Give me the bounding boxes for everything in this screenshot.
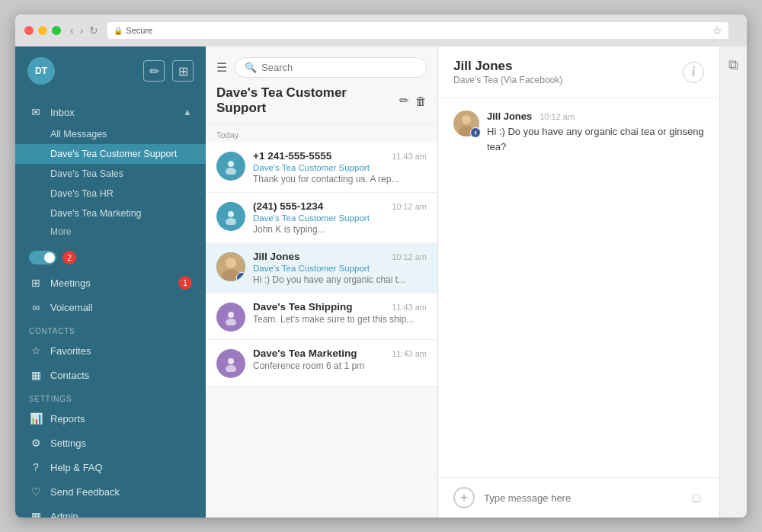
- convo-top: (241) 555-1234 10:12 am: [253, 200, 427, 212]
- sidebar-item-help[interactable]: ? Help & FAQ: [15, 455, 206, 479]
- inbox-section: ✉ Inbox ▲ All Messages Dave's Tea Custom…: [15, 95, 206, 245]
- settings-icon: ⚙: [29, 436, 43, 450]
- convo-preview: Thank you for contacting us. A rep...: [253, 174, 427, 184]
- sidebar-item-inbox[interactable]: ✉ Inbox ▲: [15, 100, 206, 124]
- convo-avatar: [216, 349, 245, 378]
- reports-icon: 📊: [29, 412, 43, 425]
- search-row: ☰ 🔍: [216, 57, 427, 78]
- info-icon[interactable]: i: [683, 62, 704, 83]
- refresh-icon[interactable]: ↻: [89, 24, 98, 37]
- convo-name: Dave's Tea Shipping: [253, 301, 353, 312]
- conversation-item[interactable]: Dave's Tea Marketing 11:43 am Conference…: [206, 340, 437, 386]
- chat-messages: f Jill Jones 10:12 am Hi :) Do you have …: [438, 98, 719, 477]
- conversation-item[interactable]: Dave's Tea Shipping 11:43 am Team. Let's…: [206, 293, 437, 340]
- emoji-button[interactable]: ☺: [689, 489, 704, 507]
- toggle-switch[interactable]: [29, 251, 56, 264]
- svg-point-10: [226, 365, 236, 372]
- sidebar-item-dave-hr[interactable]: Dave's Tea HR: [15, 184, 206, 204]
- voicemail-icon: ∞: [29, 300, 43, 314]
- search-input[interactable]: [261, 62, 417, 73]
- chat-panel: Jill Jones Dave's Tea (Via Facebook) i f: [438, 46, 719, 518]
- sidebar-item-admin[interactable]: ▦ Admin: [15, 504, 206, 518]
- app-container: DT ✏ ⊞ ✉ Inbox ▲ All Messages Dave's Tea…: [15, 46, 747, 518]
- settings-label: Settings: [50, 437, 86, 449]
- bookmark-icon[interactable]: ☆: [712, 24, 722, 37]
- conversation-item[interactable]: f Jill Jones 10:12 am Dave's Tea Custome…: [206, 243, 437, 293]
- message-input[interactable]: [484, 492, 680, 504]
- date-label: Today: [206, 124, 437, 143]
- toggle-row: 2: [15, 245, 206, 271]
- voicemail-label: Voicemail: [50, 302, 93, 313]
- edit-icon[interactable]: ✏: [399, 94, 409, 107]
- minimize-button[interactable]: [38, 26, 47, 35]
- attach-button[interactable]: +: [453, 487, 475, 508]
- sidebar-item-voicemail[interactable]: ∞ Voicemail: [15, 295, 206, 319]
- search-box[interactable]: 🔍: [235, 57, 427, 78]
- compose-icon[interactable]: ✏: [143, 60, 165, 82]
- convo-content: Dave's Tea Marketing 11:43 am Conference…: [253, 348, 427, 371]
- sidebar-item-all-messages[interactable]: All Messages: [15, 124, 206, 144]
- message-content: Jill Jones 10:12 am Hi :) Do you have an…: [487, 111, 704, 154]
- svg-point-12: [462, 115, 471, 124]
- sidebar-item-feedback[interactable]: ♡ Send Feedback: [15, 479, 206, 504]
- settings-section-label: SETTINGS: [15, 387, 206, 406]
- convo-preview: Team. Let's make sure to get this ship..…: [253, 314, 427, 325]
- fb-badge: f: [236, 272, 245, 281]
- sidebar-item-favorites[interactable]: ☆ Favorites: [15, 338, 206, 363]
- back-nav-icon[interactable]: ☰: [216, 60, 227, 75]
- inbox-icon: ✉: [29, 105, 43, 119]
- sidebar-header: DT ✏ ⊞: [15, 46, 206, 95]
- convo-time: 11:43 am: [392, 303, 427, 312]
- convo-preview: Hi :) Do you have any organic chai t...: [253, 274, 427, 285]
- sidebar-item-reports[interactable]: 📊 Reports: [15, 406, 206, 431]
- convo-top: Jill Jones 10:12 am: [253, 251, 427, 262]
- message-avatar: f: [453, 111, 479, 136]
- inbox-label: Inbox: [50, 107, 75, 118]
- toggle-badge: 2: [62, 251, 76, 264]
- convo-content: +1 241-555-5555 11:43 am Dave's Tea Cust…: [253, 150, 427, 184]
- chat-contact-name: Jill Jones: [453, 59, 562, 74]
- more-link[interactable]: More: [15, 223, 206, 240]
- sidebar-item-dave-marketing[interactable]: Dave's Tea Marketing: [15, 204, 206, 223]
- meetings-badge: 1: [178, 276, 192, 290]
- maximize-button[interactable]: [52, 26, 61, 35]
- traffic-lights: [24, 26, 61, 35]
- meetings-label: Meetings: [50, 277, 91, 289]
- sidebar-item-dave-sales[interactable]: Dave's Tea Sales: [15, 164, 206, 184]
- convo-preview: Conference room 6 at 1 pm: [253, 361, 427, 371]
- close-button[interactable]: [24, 26, 34, 35]
- meetings-icon: ⊞: [29, 276, 43, 290]
- convo-time: 11:43 am: [392, 152, 427, 161]
- convo-top: Dave's Tea Marketing 11:43 am: [253, 348, 427, 359]
- svg-point-2: [228, 211, 234, 217]
- contacts-label: Contacts: [50, 370, 89, 381]
- layers-icon[interactable]: ⧉: [728, 57, 738, 73]
- chat-contact-info: Jill Jones Dave's Tea (Via Facebook): [453, 59, 562, 85]
- sidebar: DT ✏ ⊞ ✉ Inbox ▲ All Messages Dave's Tea…: [15, 46, 206, 518]
- conversation-item[interactable]: +1 241-555-5555 11:43 am Dave's Tea Cust…: [206, 143, 437, 193]
- feedback-label: Send Feedback: [50, 486, 120, 498]
- help-label: Help & FAQ: [50, 462, 103, 473]
- convo-source: Dave's Tea Customer Support: [253, 264, 427, 273]
- convo-name: +1 241-555-5555: [253, 150, 331, 162]
- admin-icon: ▦: [29, 509, 43, 518]
- convo-name: (241) 555-1234: [253, 200, 323, 212]
- url-text: Secure: [126, 26, 152, 35]
- message-sender: Jill Jones: [487, 111, 532, 122]
- grid-icon[interactable]: ⊞: [172, 60, 194, 82]
- svg-point-3: [226, 218, 236, 225]
- back-arrow-icon[interactable]: ‹: [70, 24, 74, 37]
- sidebar-item-dave-support[interactable]: Dave's Tea Customer Support: [15, 144, 206, 164]
- message-time: 10:12 am: [539, 112, 575, 121]
- sidebar-item-meetings[interactable]: ⊞ Meetings 1: [15, 271, 206, 295]
- convo-name: Jill Jones: [253, 251, 300, 262]
- svg-point-5: [226, 258, 236, 268]
- forward-arrow-icon[interactable]: ›: [80, 24, 84, 37]
- sidebar-item-settings[interactable]: ⚙ Settings: [15, 431, 206, 455]
- delete-icon[interactable]: 🗑: [415, 95, 427, 107]
- sidebar-item-contacts[interactable]: ▦ Contacts: [15, 363, 206, 387]
- address-bar[interactable]: 🔒 Secure ☆: [107, 22, 728, 39]
- conversation-item[interactable]: (241) 555-1234 10:12 am Dave's Tea Custo…: [206, 193, 437, 243]
- convo-content: Jill Jones 10:12 am Dave's Tea Customer …: [253, 251, 427, 285]
- svg-point-0: [228, 161, 234, 167]
